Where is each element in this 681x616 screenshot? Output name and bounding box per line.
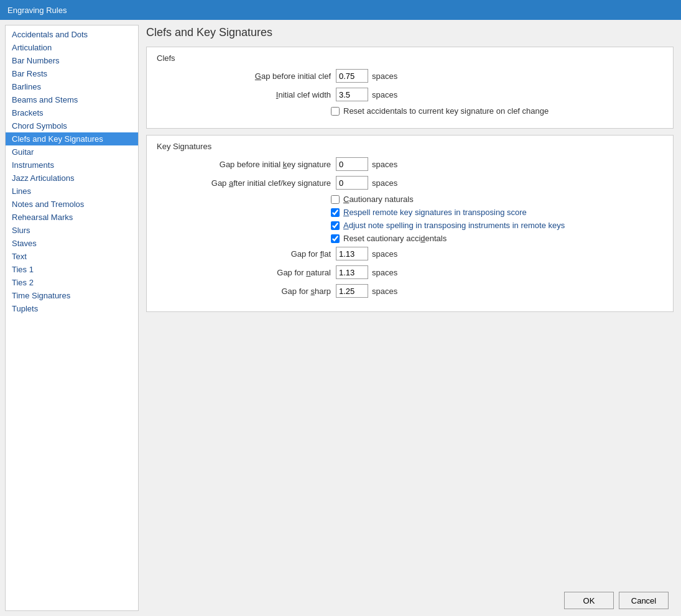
key-signatures-section: Key Signatures Gap before initial key si…	[146, 135, 674, 312]
gap-for-flat-row: Gap for flat spaces	[157, 247, 663, 260]
gap-for-natural-row: Gap for natural spaces	[157, 265, 663, 279]
adjust-note-spelling-row: Adjust note spelling in transposing inst…	[157, 221, 663, 230]
gap-for-flat-input[interactable]	[336, 247, 368, 260]
sidebar-item-ties-2[interactable]: Ties 2	[6, 276, 138, 289]
initial-clef-width-label: Initial clef width	[169, 90, 331, 99]
cancel-button[interactable]: Cancel	[619, 592, 669, 609]
gap-for-sharp-unit: spaces	[372, 287, 397, 296]
reset-cautionary-accidentals-checkbox[interactable]	[331, 234, 340, 243]
initial-clef-width-input[interactable]	[336, 88, 368, 101]
page-title: Clefs and Key Signatures	[146, 26, 674, 39]
respell-remote-key-label: Respell remote key signatures in transpo…	[343, 208, 527, 217]
adjust-note-spelling-label: Adjust note spelling in transposing inst…	[343, 221, 565, 230]
gap-before-initial-clef-unit: spaces	[372, 71, 397, 81]
content-area: Clefs and Key Signatures Clefs Gap befor…	[139, 20, 681, 616]
sidebar-item-brackets[interactable]: Brackets	[6, 106, 138, 119]
gap-for-sharp-label: Gap for sharp	[169, 287, 331, 296]
sidebar-item-chord-symbols[interactable]: Chord Symbols	[6, 119, 138, 132]
sidebar: Accidentals and DotsArticulationBar Numb…	[5, 25, 139, 611]
sidebar-item-guitar[interactable]: Guitar	[6, 145, 138, 159]
gap-for-natural-label: Gap for natural	[169, 268, 331, 277]
sidebar-item-jazz-articulations[interactable]: Jazz Articulations	[6, 172, 138, 185]
sidebar-item-lines[interactable]: Lines	[6, 185, 138, 198]
gap-after-initial-clef-key-unit: spaces	[372, 178, 397, 188]
respell-remote-key-checkbox[interactable]	[331, 208, 340, 217]
main-container: Accidentals and DotsArticulationBar Numb…	[0, 20, 681, 616]
gap-before-initial-key-unit: spaces	[372, 160, 397, 169]
sidebar-item-barlines[interactable]: Barlines	[6, 80, 138, 93]
title-bar-text: Engraving Rules	[7, 6, 67, 15]
cautionary-naturals-row: Cautionary naturals	[157, 195, 663, 204]
sidebar-item-time-signatures[interactable]: Time Signatures	[6, 289, 138, 302]
gap-for-flat-unit: spaces	[372, 249, 397, 259]
reset-cautionary-accidentals-row: Reset cautionary accidentals	[157, 234, 663, 243]
title-bar: Engraving Rules	[0, 0, 681, 20]
sidebar-item-accidentals-and-dots[interactable]: Accidentals and Dots	[6, 28, 138, 41]
sidebar-item-bar-rests[interactable]: Bar Rests	[6, 67, 138, 80]
gap-before-initial-clef-label: Gap before initial clef	[169, 71, 331, 81]
gap-for-natural-input[interactable]	[336, 265, 368, 279]
reset-accidentals-label: Reset accidentals to current key signatu…	[343, 106, 549, 116]
gap-for-sharp-input[interactable]	[336, 284, 368, 298]
key-signatures-section-label: Key Signatures	[157, 142, 663, 151]
gap-for-flat-label: Gap for flat	[169, 249, 331, 259]
sidebar-item-instruments[interactable]: Instruments	[6, 159, 138, 172]
sidebar-item-clefs-and-key-signatures[interactable]: Clefs and Key Signatures	[6, 132, 138, 145]
ok-button[interactable]: OK	[564, 592, 614, 609]
sidebar-item-text[interactable]: Text	[6, 250, 138, 263]
gap-before-initial-key-input[interactable]	[336, 157, 368, 171]
gap-before-initial-clef-row: Gap before initial clef spaces	[157, 69, 663, 83]
clefs-section-label: Clefs	[157, 53, 663, 63]
initial-clef-width-unit: spaces	[372, 90, 397, 99]
sidebar-item-staves[interactable]: Staves	[6, 237, 138, 250]
sidebar-item-ties-1[interactable]: Ties 1	[6, 263, 138, 276]
sidebar-item-rehearsal-marks[interactable]: Rehearsal Marks	[6, 211, 138, 224]
gap-after-initial-clef-key-row: Gap after initial clef/key signature spa…	[157, 176, 663, 190]
gap-after-initial-clef-key-label: Gap after initial clef/key signature	[169, 178, 331, 188]
gap-after-initial-clef-key-input[interactable]	[336, 176, 368, 190]
cautionary-naturals-checkbox[interactable]	[331, 195, 340, 204]
footer: OK Cancel	[0, 585, 681, 616]
gap-for-natural-unit: spaces	[372, 268, 397, 277]
cautionary-naturals-label: Cautionary naturals	[343, 195, 414, 204]
gap-for-sharp-row: Gap for sharp spaces	[157, 284, 663, 298]
sidebar-item-slurs[interactable]: Slurs	[6, 224, 138, 237]
gap-before-initial-key-label: Gap before initial key signature	[169, 160, 331, 169]
respell-remote-key-row: Respell remote key signatures in transpo…	[157, 208, 663, 217]
adjust-note-spelling-checkbox[interactable]	[331, 221, 340, 230]
reset-accidentals-checkbox[interactable]	[331, 107, 340, 116]
sidebar-item-tuplets[interactable]: Tuplets	[6, 302, 138, 315]
initial-clef-width-row: Initial clef width spaces	[157, 88, 663, 101]
sidebar-item-notes-and-tremolos[interactable]: Notes and Tremolos	[6, 198, 138, 211]
gap-before-initial-clef-input[interactable]	[336, 69, 368, 83]
sidebar-item-beams-and-stems[interactable]: Beams and Stems	[6, 93, 138, 106]
clefs-section: Clefs Gap before initial clef spaces Ini…	[146, 47, 674, 129]
gap-before-initial-key-row: Gap before initial key signature spaces	[157, 157, 663, 171]
sidebar-item-bar-numbers[interactable]: Bar Numbers	[6, 54, 138, 67]
sidebar-item-articulation[interactable]: Articulation	[6, 41, 138, 54]
reset-cautionary-accidentals-label: Reset cautionary accidentals	[343, 234, 447, 243]
reset-accidentals-row: Reset accidentals to current key signatu…	[157, 106, 663, 116]
